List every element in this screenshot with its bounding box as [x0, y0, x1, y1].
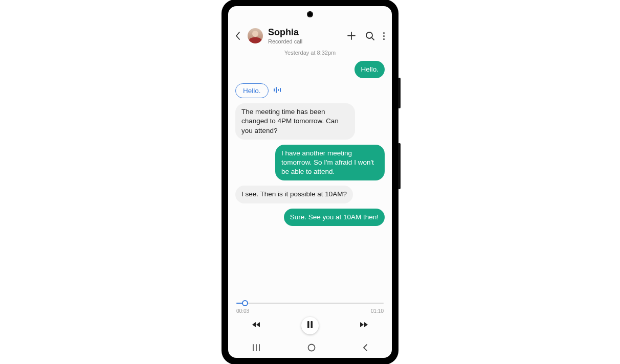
- message-thread[interactable]: Hello. Hello. The meeting time has been …: [228, 61, 392, 296]
- svg-marker-13: [364, 322, 368, 327]
- message-bubble-received[interactable]: The meeting time has been changed to 4PM…: [235, 103, 355, 140]
- seek-track: [236, 303, 384, 304]
- chevron-left-icon: [234, 31, 241, 40]
- system-nav-bar: [228, 339, 392, 358]
- contact-title-block[interactable]: Sophia Recorded call: [268, 28, 341, 44]
- back-icon: [362, 344, 369, 352]
- message-bubble-sent[interactable]: I have another meeting tomorrow. So I'm …: [275, 145, 385, 181]
- rewind-button[interactable]: [252, 321, 262, 331]
- back-button[interactable]: [233, 31, 242, 40]
- transcript-pill[interactable]: Hello.: [235, 83, 269, 98]
- message-row: I see. Then is it possible at 10AM?: [235, 186, 385, 203]
- phone-frame: Sophia Recorded call Yesterday at 8:32pm: [222, 0, 398, 364]
- add-button[interactable]: [346, 31, 357, 41]
- message-row: Hello.: [235, 83, 385, 98]
- home-icon: [307, 343, 316, 352]
- nav-recents[interactable]: [251, 344, 261, 354]
- svg-rect-10: [307, 321, 309, 328]
- contact-avatar[interactable]: [248, 28, 263, 43]
- svg-rect-6: [278, 89, 279, 91]
- play-pause-button[interactable]: [301, 317, 319, 334]
- pause-icon: [306, 321, 314, 329]
- more-vertical-icon: [383, 32, 385, 34]
- header-subtitle: Recorded call: [268, 38, 341, 44]
- svg-point-17: [308, 345, 315, 351]
- svg-rect-7: [280, 88, 281, 92]
- seek-bar[interactable]: [236, 298, 384, 308]
- rewind-icon: [252, 321, 262, 329]
- svg-marker-12: [360, 322, 364, 327]
- contact-name: Sophia: [268, 28, 341, 38]
- nav-back[interactable]: [362, 344, 369, 354]
- svg-line-3: [372, 38, 374, 40]
- front-camera: [307, 11, 313, 17]
- svg-rect-5: [276, 87, 277, 93]
- timestamp-label: Yesterday at 8:32pm: [228, 50, 392, 56]
- forward-button[interactable]: [358, 321, 368, 331]
- message-row: Sure. See you at 10AM then!: [235, 209, 385, 226]
- audio-player: 00:03 01:10: [228, 296, 392, 339]
- search-button[interactable]: [365, 31, 375, 41]
- svg-rect-4: [274, 88, 275, 92]
- plus-icon: [346, 31, 357, 41]
- message-bubble-sent[interactable]: Sure. See you at 10AM then!: [284, 209, 385, 226]
- more-button[interactable]: [383, 32, 385, 40]
- waveform-icon[interactable]: [273, 86, 283, 96]
- nav-home[interactable]: [307, 343, 316, 354]
- message-row: The meeting time has been changed to 4PM…: [235, 103, 385, 140]
- seek-handle[interactable]: [242, 300, 248, 306]
- message-row: I have another meeting tomorrow. So I'm …: [235, 145, 385, 181]
- elapsed-time: 00:03: [236, 308, 249, 314]
- svg-marker-8: [256, 322, 260, 327]
- conversation-header: Sophia Recorded call: [228, 25, 392, 49]
- screen: Sophia Recorded call Yesterday at 8:32pm: [228, 6, 392, 358]
- search-icon: [365, 31, 375, 41]
- message-bubble-sent[interactable]: Hello.: [355, 61, 385, 78]
- svg-rect-11: [311, 321, 313, 328]
- svg-point-2: [366, 32, 372, 38]
- message-row: Hello.: [235, 61, 385, 78]
- fast-forward-icon: [358, 321, 368, 329]
- total-time: 01:10: [371, 308, 384, 314]
- svg-marker-9: [252, 322, 256, 327]
- message-bubble-received[interactable]: I see. Then is it possible at 10AM?: [235, 186, 353, 203]
- recents-icon: [251, 344, 261, 352]
